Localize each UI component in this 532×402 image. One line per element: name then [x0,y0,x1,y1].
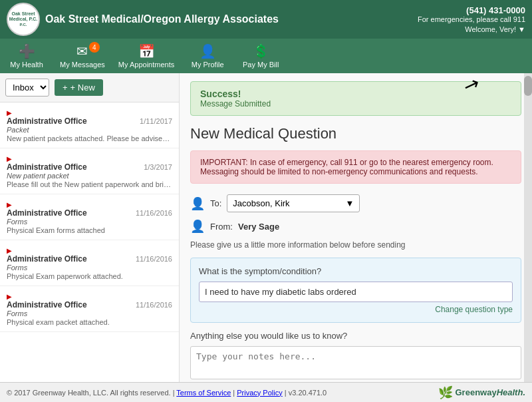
privacy-link[interactable]: Privacy Policy [237,389,282,397]
question-label: What is the symptom/condition? [199,266,513,276]
nav-my-messages[interactable]: 4 ✉ My Messages [60,43,105,69]
message-badge: 4 [89,42,100,53]
unread-icon: ▶ [7,247,172,254]
to-row: 👤 To: Jacobson, Kirk ▼ [190,194,521,212]
phone-number: (541) 431-0000 [418,5,525,15]
success-subtitle: Message Submitted [200,99,511,108]
main-layout: Inbox + + New ▶ Administrative Office 1/… [0,73,532,382]
person-to-icon: 👤 [190,196,205,211]
question-section: What is the symptom/condition? Change qu… [190,258,521,323]
warning-box: IMPORTANT: In case of emergency, call 91… [190,150,521,184]
change-question-type-link[interactable]: Change question type [199,305,513,314]
message-list: ▶ Administrative Office 1/11/2017 Packet… [0,102,179,382]
notes-textarea[interactable] [190,346,521,379]
footer: © 2017 Greenway Health, LLC. All rights … [0,382,532,402]
unread-icon: ▶ [7,201,172,208]
my-messages-icon: ✉ [76,43,88,59]
warning-text: IMPORTANT: In case of emergency, call 91… [200,158,493,176]
welcome-text: Welcome, Very! ▼ [418,25,525,33]
list-item[interactable]: ▶ Administrative Office 1/11/2017 Packet… [0,102,179,148]
to-label: To: [210,198,221,208]
list-item[interactable]: ▶ Administrative Office 11/16/2016 Forms… [0,286,179,332]
terms-link[interactable]: Terms of Service [176,389,231,397]
question-input[interactable] [199,282,513,302]
header-title: Oak Street Medical/Oregon Allergy Associ… [45,13,279,25]
scrollbar-track[interactable] [524,73,532,382]
version-text: v3.20.471.0 [289,389,327,397]
nav-my-health[interactable]: ➕ My Health [7,43,47,69]
my-appointments-icon: 📅 [138,43,155,59]
new-message-button[interactable]: + + New [55,79,103,96]
unread-icon: ▶ [7,293,172,300]
person-from-icon: 👤 [190,219,205,234]
footer-logo: 🌿 GreenwayHealth. [438,385,526,400]
chevron-down-icon: ▼ [345,198,354,208]
content-area: ↙ Success! Message Submitted New Medical… [180,73,532,382]
nav-my-profile[interactable]: 👤 My Profile [188,43,227,69]
notes-label: Anything else you would like us to know? [190,331,521,341]
page-title: New Medical Question [190,125,521,142]
notes-section: Anything else you would like us to know? [190,331,521,381]
my-profile-icon: 👤 [200,43,216,59]
header: Oak Street Medical, P.C. P.C. Oak Street… [0,0,532,39]
my-health-icon: ➕ [19,43,35,59]
scrollbar-thumb[interactable] [524,76,532,96]
pay-my-bill-icon: 💲 [253,43,269,59]
from-label: From: [210,222,233,232]
to-select[interactable]: Jacobson, Kirk ▼ [227,194,360,212]
info-text: Please give us a little more information… [190,240,521,250]
unread-icon: ▶ [7,109,172,116]
list-item[interactable]: ▶ Administrative Office 11/16/2016 Forms… [0,240,179,286]
emergency-text: For emergencies, please call 911 [418,15,525,23]
list-item[interactable]: ▶ Administrative Office 1/3/2017 New pat… [0,148,179,194]
logo-area: Oak Street Medical, P.C. P.C. Oak Street… [7,3,279,36]
inbox-select[interactable]: Inbox [5,79,49,97]
copyright-text: © 2017 Greenway Health, LLC. All rights … [7,389,171,397]
footer-links: | Terms of Service | Privacy Policy | v3… [173,389,327,397]
dropdown-arrow-icon[interactable]: ▼ [518,25,525,33]
nav-my-appointments[interactable]: 📅 My Appointments [118,43,174,69]
logo: Oak Street Medical, P.C. P.C. [7,3,40,36]
unread-icon: ▶ [7,155,172,162]
from-value: Very Sage [238,222,279,232]
sidebar-toolbar: Inbox + + New [0,73,179,102]
list-item[interactable]: ▶ Administrative Office 11/16/2016 Forms… [0,194,179,240]
from-row: 👤 From: Very Sage [190,219,521,234]
nav-bar: ➕ My Health 4 ✉ My Messages 📅 My Appoint… [0,39,532,73]
nav-pay-my-bill[interactable]: 💲 Pay My Bill [241,43,281,69]
sidebar: Inbox + + New ▶ Administrative Office 1/… [0,73,180,382]
footer-left: © 2017 Greenway Health, LLC. All rights … [7,389,327,397]
plus-icon: + [63,83,68,93]
header-right: (541) 431-0000 For emergencies, please c… [418,5,525,33]
greenway-icon: 🌿 [438,385,453,400]
